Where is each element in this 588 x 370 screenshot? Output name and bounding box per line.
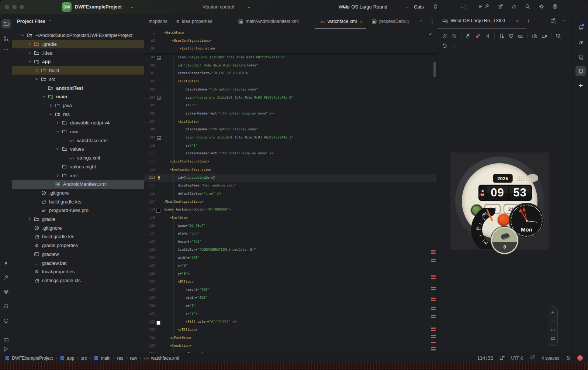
color-preview-black[interactable] (156, 209, 160, 213)
warning-stripe-mark[interactable] (431, 315, 436, 316)
code-line-121[interactable]: 121 alpha="255" (144, 230, 437, 238)
gradle-sync-button[interactable] (511, 4, 517, 9)
tree-item-gradle[interactable]: .gradle (12, 40, 144, 49)
close-tab-icon[interactable]: × (360, 19, 363, 24)
encoding-widget[interactable]: UTF-8 (511, 356, 523, 361)
lock-icon[interactable] (565, 355, 571, 362)
tree-item-gradle-properties[interactable]: ⚙ gradle.properties (12, 241, 144, 250)
rotate-2-button[interactable]: 2 (452, 33, 457, 39)
close-device-tab-button[interactable]: × (516, 18, 519, 24)
warning-stripe-mark[interactable] (431, 342, 436, 343)
code-line-102[interactable]: 102 <ListOption (144, 78, 437, 86)
code-line-136[interactable]: 136 <Expressions> (144, 350, 437, 353)
tool-running-devices[interactable] (575, 66, 586, 76)
code-line-113[interactable]: 113 <BooleanConfiguration (144, 166, 437, 174)
tab-watchface-xml[interactable]: </> watchface.xml × (315, 14, 367, 29)
code-line-129[interactable]: 129 width="450" (144, 294, 437, 302)
user-button[interactable] (552, 4, 558, 9)
tree-item-gradle[interactable]: gradle (12, 215, 144, 224)
tree-item-drawable-nodpi-v4[interactable]: drawable-nodpi-v4 (12, 119, 144, 127)
error-stripe-mark[interactable] (431, 278, 436, 279)
mirror-search-button[interactable] (556, 33, 561, 39)
breadcrumb-app[interactable]: app (59, 355, 74, 361)
code-line-104[interactable]: 104 icon="style_wfs_312c30bf_f64a_461e_9… (144, 94, 437, 102)
error-stripe-mark[interactable] (431, 309, 436, 310)
tree-item-build[interactable]: build (12, 66, 144, 75)
tool-gemini[interactable] (575, 80, 586, 90)
code-viewport[interactable]: 99 icon="style_wfs_312c30bf_f64a_461e_9c… (144, 29, 437, 353)
keyboard-button[interactable] (518, 33, 523, 39)
code-line-126[interactable]: 126 y="0"> (144, 270, 437, 278)
panel-options-button[interactable]: ⋮ (553, 18, 558, 25)
zoom-reset-button[interactable]: 1:1 (550, 328, 555, 332)
tree-item-proguard-rules-pro[interactable]: proguard-rules.pro (12, 206, 144, 215)
health-button[interactable] (508, 33, 514, 39)
line-ending-widget[interactable]: LF (499, 356, 505, 361)
editor-options-button[interactable]: ⋮ (429, 18, 435, 25)
code-line-109[interactable]: 109 icon="style_wfs_312c30bf_f64a_461e_9… (144, 134, 437, 142)
code-line-123[interactable]: 123 tintColor="[CONFIGURATION.themeColor… (144, 246, 437, 254)
code-line-132[interactable]: 132 <Fill color="#ffffffff" /> (144, 318, 437, 326)
device-settings-button[interactable] (499, 33, 504, 39)
record-button[interactable] (542, 33, 547, 39)
code-line-110[interactable]: 110 id="1" (144, 142, 437, 150)
tree-item-gradlew[interactable]: gradlew (12, 250, 144, 259)
warning-stripe-mark[interactable] (431, 298, 436, 299)
rotary-button[interactable] (475, 33, 481, 39)
error-stripe-mark[interactable] (431, 337, 436, 338)
tree-item-idea[interactable]: .idea (12, 48, 144, 57)
reset-button[interactable] (442, 43, 447, 48)
device-selector[interactable]: Wear OS Large Round (339, 4, 387, 10)
tree-item-build-gradle-kts[interactable]: K build.gradle.kts (12, 232, 144, 241)
intention-bulb-icon[interactable] (156, 175, 162, 181)
error-stripe-mark[interactable] (431, 275, 436, 277)
editor-scrollbar[interactable] (433, 62, 436, 77)
tab-idea-properties[interactable]: ⚙ idea.properties (171, 14, 233, 29)
code-line-96[interactable]: 96 <ListConfiguration (144, 45, 437, 53)
code-line-125[interactable]: 125 x="0" (144, 262, 437, 270)
code-line-118[interactable]: 118 Scene backgroundColor="#ff000000"> (144, 206, 437, 214)
color-preview-white[interactable] (156, 321, 160, 325)
code-line-62[interactable]: 62 <UserConfigurations> (144, 37, 437, 45)
code-line-115[interactable]: 115 displayName="Has leading zero" (144, 182, 437, 190)
code-line-135[interactable]: 135 <Condition> (144, 342, 437, 350)
tool-problems[interactable] (1, 316, 11, 325)
breadcrumb-raw[interactable]: raw (130, 356, 137, 361)
device-screen-mirror[interactable]: 2025 PM 09 53 Jul 21 (450, 153, 549, 250)
warning-stripe-mark[interactable] (431, 253, 436, 254)
tree-item-gitignore[interactable]: .gitignore (12, 223, 144, 232)
project-name-menu[interactable]: DWFExampleProject (75, 4, 122, 10)
close-window-button[interactable] (5, 5, 9, 9)
tree-item-main[interactable]: main (12, 92, 144, 101)
minimize-window-button[interactable] (12, 5, 17, 9)
hide-panel-button[interactable]: − (562, 17, 565, 24)
search-button[interactable] (525, 4, 530, 9)
code-line-114[interactable]: 114 id="hasLeadingZero" (144, 174, 437, 182)
image-preview-icon[interactable] (156, 55, 162, 60)
code-line-116[interactable]: 116 defaultValue="true" /> (144, 190, 437, 198)
error-indicator[interactable]: ! (577, 355, 583, 361)
image-preview-icon[interactable] (156, 135, 162, 140)
tree-item-xml[interactable]: xml (12, 171, 144, 180)
tree-item-build-gradle-kts[interactable]: K build.gradle.kts (12, 197, 144, 206)
tree-item-values[interactable]: values (12, 145, 144, 154)
code-line-133[interactable]: 133 </Ellipse> (144, 326, 437, 334)
code-line-101[interactable]: 101 screenReaderText="ID_CAT_STEP_OVER"> (144, 69, 437, 78)
tree-item-local-properties[interactable]: ⚙ local.properties (12, 267, 144, 276)
hidden-tabs-button[interactable] (419, 18, 423, 25)
profiler-button[interactable] (498, 4, 503, 9)
code-line-120[interactable]: 120 name="BG_40c7" (144, 222, 437, 230)
error-stripe-mark[interactable] (431, 330, 436, 331)
code-line-127[interactable]: 127 <Ellipse (144, 278, 437, 286)
zoom-out-button[interactable]: − (551, 318, 554, 323)
tree-item-androidmanifest-xml[interactable]: M AndroidManifest.xml (12, 180, 144, 189)
tag-icon[interactable] (530, 355, 535, 362)
error-stripe-mark[interactable] (431, 289, 436, 290)
breadcrumb-watchface-xml[interactable]: </> watchface.xml (143, 355, 179, 361)
inspections-ok-icon[interactable]: ✔ (429, 31, 432, 37)
warning-stripe-mark[interactable] (431, 261, 436, 262)
code-line-111[interactable]: 111 screenReaderText="ith_option_display… (144, 150, 437, 158)
code-line-134[interactable]: 134 </PartDraw> (144, 334, 437, 342)
image-preview-icon[interactable] (156, 95, 162, 100)
tool-run[interactable] (1, 258, 11, 268)
